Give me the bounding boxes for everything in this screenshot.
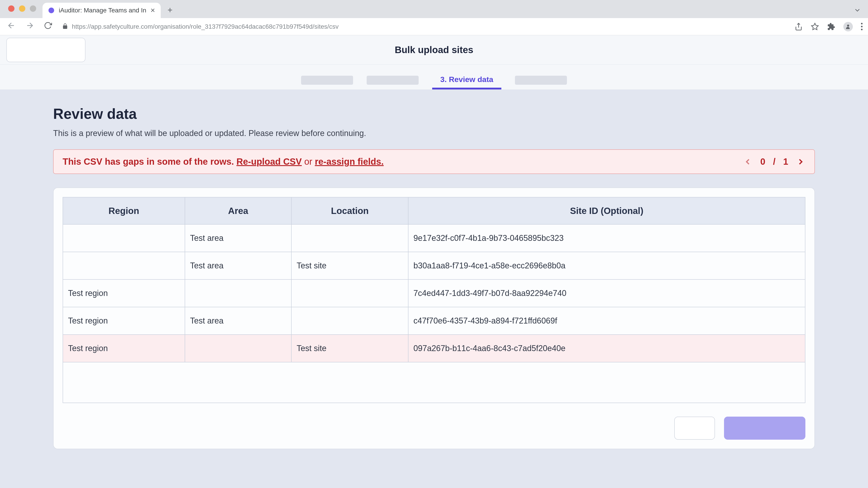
svg-marker-4 <box>811 23 818 30</box>
step-2[interactable] <box>367 71 418 90</box>
step-3-review-data[interactable]: 3. Review data <box>432 71 501 90</box>
share-icon[interactable] <box>795 23 803 31</box>
cell-region <box>63 224 185 252</box>
window-close-icon[interactable] <box>8 5 14 12</box>
window-maximize-icon[interactable] <box>30 5 36 12</box>
reupload-csv-link[interactable]: Re-upload CSV <box>237 157 302 166</box>
cell-site_id: 9e17e32f-c0f7-4b1a-9b73-0465895bc323 <box>408 224 805 252</box>
main-content: Review data This is a preview of what wi… <box>0 90 868 488</box>
profile-avatar-icon[interactable] <box>843 22 853 31</box>
alert-message: This CSV has gaps in some of the rows. R… <box>63 157 383 167</box>
continue-button[interactable] <box>724 417 805 440</box>
cell-location: Test site <box>291 252 408 280</box>
lock-icon <box>62 23 68 30</box>
tab-title: iAuditor: Manage Teams and In <box>59 7 146 14</box>
cell-region: Test region <box>63 335 185 362</box>
cell-location: Test site <box>291 335 408 362</box>
page-title: Bulk upload sites <box>6 44 862 55</box>
data-preview-card: Region Area Location Site ID (Optional) … <box>53 188 815 449</box>
cell-region: Test region <box>63 307 185 335</box>
svg-point-5 <box>847 24 849 26</box>
table-row: Test regionTest areac47f70e6-4357-43b9-a… <box>63 307 805 335</box>
col-site-id: Site ID (Optional) <box>408 197 805 224</box>
new-tab-button[interactable]: + <box>161 5 179 18</box>
section-heading: Review data <box>53 105 815 122</box>
window-minimize-icon[interactable] <box>19 5 25 12</box>
pager-prev-icon[interactable] <box>743 157 752 166</box>
bookmark-icon[interactable] <box>811 23 819 31</box>
forward-button[interactable] <box>24 21 36 32</box>
back-button[interactable] <box>5 21 17 32</box>
section-subtitle: This is a preview of what will be upload… <box>53 129 815 138</box>
table-row: Test areaTest siteb30a1aa8-f719-4ce1-a58… <box>63 252 805 280</box>
browser-tab-bar: iAuditor: Manage Teams and In ✕ + <box>0 0 868 18</box>
tab-close-icon[interactable]: ✕ <box>150 7 155 14</box>
reassign-fields-link[interactable]: re-assign fields. <box>315 157 384 166</box>
cell-site_id: 097a267b-b11c-4aa6-8c43-c7ad5f20e40e <box>408 335 805 362</box>
browser-toolbar: https://app.safetyculture.com/organisati… <box>0 18 868 35</box>
app-header: Bulk upload sites <box>0 35 868 65</box>
cell-site_id: c47f70e6-4357-43b9-a894-f721ffd6069f <box>408 307 805 335</box>
cell-site_id: 7c4ed447-1dd3-49f7-b07d-8aa92294e740 <box>408 280 805 307</box>
cell-location <box>291 280 408 307</box>
cell-region: Test region <box>63 280 185 307</box>
col-location: Location <box>291 197 408 224</box>
preview-table: Region Area Location Site ID (Optional) … <box>63 197 805 362</box>
url-text: https://app.safetyculture.com/organisati… <box>72 23 786 30</box>
browser-tab[interactable]: iAuditor: Manage Teams and In ✕ <box>42 3 161 18</box>
window-controls <box>0 0 44 17</box>
col-region: Region <box>63 197 185 224</box>
pager-sep: / <box>773 157 776 167</box>
cell-location <box>291 307 408 335</box>
cell-site_id: b30a1aa8-f719-4ce1-a58e-ecc2696e8b0a <box>408 252 805 280</box>
cell-region <box>63 252 185 280</box>
col-area: Area <box>185 197 291 224</box>
svg-point-0 <box>49 8 54 13</box>
step-1[interactable] <box>301 71 353 90</box>
csv-gaps-alert: This CSV has gaps in some of the rows. R… <box>53 149 815 174</box>
browser-actions <box>795 22 863 31</box>
cell-area: Test area <box>185 224 291 252</box>
tab-dropdown-icon[interactable] <box>854 6 868 18</box>
table-row: Test region7c4ed447-1dd3-49f7-b07d-8aa92… <box>63 280 805 307</box>
cell-location <box>291 224 408 252</box>
pager-next-icon[interactable] <box>796 157 805 166</box>
alert-pager: 0 / 1 <box>743 157 805 167</box>
back-button[interactable] <box>674 417 715 440</box>
reload-button[interactable] <box>42 22 53 32</box>
step-4[interactable] <box>515 71 567 90</box>
footer-actions <box>63 417 805 440</box>
table-row: Test area9e17e32f-c0f7-4b1a-9b73-0465895… <box>63 224 805 252</box>
pager-current: 0 <box>760 157 765 167</box>
address-bar[interactable]: https://app.safetyculture.com/organisati… <box>60 23 788 30</box>
favicon-icon <box>48 7 55 14</box>
cell-area: Test area <box>185 252 291 280</box>
cell-area: Test area <box>185 307 291 335</box>
table-header-row: Region Area Location Site ID (Optional) <box>63 197 805 224</box>
menu-icon[interactable] <box>861 23 863 30</box>
cell-area <box>185 280 291 307</box>
cell-area <box>185 335 291 362</box>
extensions-icon[interactable] <box>827 23 835 31</box>
table-row: Test regionTest site097a267b-b11c-4aa6-8… <box>63 335 805 362</box>
pager-total: 1 <box>783 157 788 167</box>
stepper: 3. Review data <box>0 65 868 90</box>
table-empty-space <box>63 362 805 403</box>
